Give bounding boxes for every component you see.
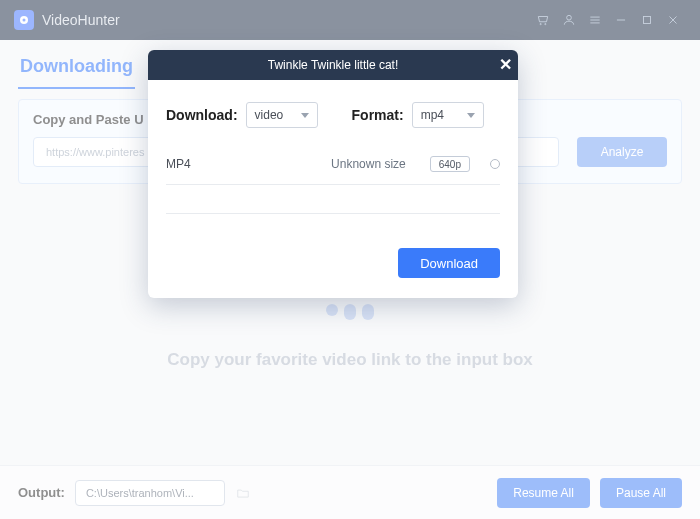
selector-row: Download: video Format: mp4 — [166, 102, 500, 128]
download-type-select[interactable]: video — [246, 102, 318, 128]
modal-header: Twinkle Twinkle little cat! ✕ — [148, 50, 518, 80]
quality-badge: 640p — [430, 156, 470, 172]
select-radio[interactable] — [490, 159, 500, 169]
format-option-row[interactable]: MP4 Unknown size 640p — [166, 144, 500, 185]
download-button[interactable]: Download — [398, 248, 500, 278]
format-type: MP4 — [166, 157, 226, 171]
format-select[interactable]: mp4 — [412, 102, 484, 128]
modal-title: Twinkle Twinkle little cat! — [268, 58, 399, 72]
format-value: mp4 — [421, 108, 444, 122]
download-options-modal: Twinkle Twinkle little cat! ✕ Download: … — [148, 50, 518, 298]
format-size: Unknown size — [236, 157, 420, 171]
divider — [166, 213, 500, 214]
format-label: Format: — [352, 107, 404, 123]
download-type-value: video — [255, 108, 284, 122]
chevron-down-icon — [467, 113, 475, 118]
download-type-label: Download: — [166, 107, 238, 123]
modal-close-icon[interactable]: ✕ — [499, 57, 512, 73]
chevron-down-icon — [301, 113, 309, 118]
